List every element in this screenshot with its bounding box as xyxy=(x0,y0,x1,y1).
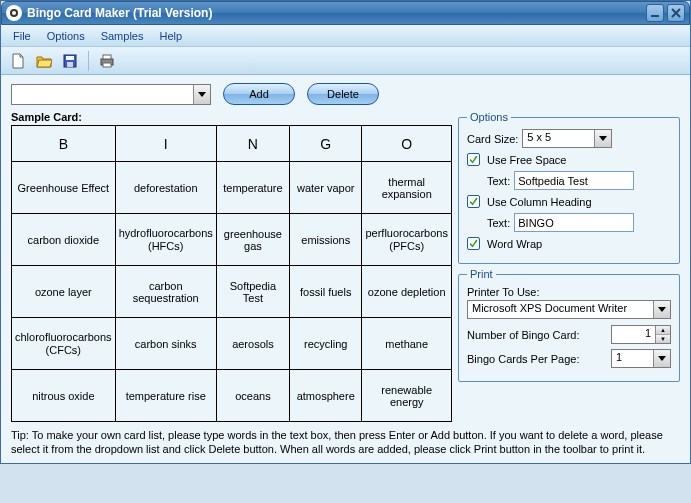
right-column: Options Card Size: 5 x 5 Use Free Space … xyxy=(458,111,680,382)
tip-text: Tip: To make your own card list, please … xyxy=(11,428,680,457)
num-cards-up[interactable]: ▲ xyxy=(656,326,670,335)
open-file-icon[interactable] xyxy=(33,50,55,72)
card-cell: water vapor xyxy=(290,162,362,214)
card-cell: carbon dioxide xyxy=(12,214,116,266)
free-space-text-input[interactable] xyxy=(514,171,634,190)
printer-select[interactable]: Microsoft XPS Document Writer xyxy=(467,300,671,319)
menu-file[interactable]: File xyxy=(5,28,39,44)
add-button[interactable]: Add xyxy=(223,83,295,105)
svg-rect-4 xyxy=(66,56,74,60)
card-row: nitrous oxidetemperature riseoceansatmos… xyxy=(12,370,452,422)
word-wrap-checkbox[interactable] xyxy=(467,237,480,250)
toolbar xyxy=(1,47,690,75)
card-cell: thermal expansion xyxy=(362,162,452,214)
card-cell: perfluorocarbons (PFCs) xyxy=(362,214,452,266)
card-size-select[interactable]: 5 x 5 xyxy=(522,129,612,148)
card-cell: atmosphere xyxy=(290,370,362,422)
menu-samples[interactable]: Samples xyxy=(93,28,152,44)
app-icon xyxy=(6,5,22,21)
column-heading-text-input[interactable] xyxy=(514,213,634,232)
card-row: Greenhouse Effectdeforestationtemperatur… xyxy=(12,162,452,214)
free-space-text-label: Text: xyxy=(487,175,510,187)
new-file-icon[interactable] xyxy=(7,50,29,72)
card-cell: greenhouse gas xyxy=(216,214,289,266)
use-free-space-checkbox[interactable] xyxy=(467,153,480,166)
save-icon[interactable] xyxy=(59,50,81,72)
card-row: carbon dioxidehydrofluorocarbons (HFCs)g… xyxy=(12,214,452,266)
card-cell: temperature xyxy=(216,162,289,214)
cards-per-page-label: Bingo Cards Per Page: xyxy=(467,353,580,365)
card-header-2: N xyxy=(216,126,289,162)
cards-per-page-value: 1 xyxy=(612,350,653,367)
printer-dropdown-button[interactable] xyxy=(653,301,670,318)
card-header-0: B xyxy=(12,126,116,162)
print-legend: Print xyxy=(467,268,496,280)
use-column-heading-checkbox[interactable] xyxy=(467,195,480,208)
bingo-card-table: BINGO Greenhouse Effectdeforestationtemp… xyxy=(11,125,452,422)
svg-rect-2 xyxy=(651,15,659,17)
card-cell: ozone layer xyxy=(12,266,116,318)
print-group: Print Printer To Use: Microsoft XPS Docu… xyxy=(458,268,680,382)
card-cell: Softpedia Test xyxy=(216,266,289,318)
word-input[interactable] xyxy=(12,85,193,104)
printer-label: Printer To Use: xyxy=(467,286,540,298)
svg-rect-8 xyxy=(103,63,111,67)
svg-rect-5 xyxy=(67,62,73,67)
print-icon[interactable] xyxy=(96,50,118,72)
window-controls xyxy=(646,4,685,22)
num-cards-down[interactable]: ▼ xyxy=(656,335,670,343)
card-header-3: G xyxy=(290,126,362,162)
num-cards-label: Number of Bingo Card: xyxy=(467,329,580,341)
menubar: File Options Samples Help xyxy=(1,25,690,47)
minimize-button[interactable] xyxy=(646,4,664,22)
options-legend: Options xyxy=(467,111,511,123)
card-header-4: O xyxy=(362,126,452,162)
card-cell: Greenhouse Effect xyxy=(12,162,116,214)
card-size-label: Card Size: xyxy=(467,133,518,145)
cards-per-page-select[interactable]: 1 xyxy=(611,349,671,368)
content-area: Add Delete Sample Card: BINGO Greenhouse… xyxy=(1,75,690,463)
card-cell: fossil fuels xyxy=(290,266,362,318)
card-cell: nitrous oxide xyxy=(12,370,116,422)
card-cell: methane xyxy=(362,318,452,370)
card-cell: oceans xyxy=(216,370,289,422)
use-column-heading-label: Use Column Heading xyxy=(487,196,592,208)
options-group: Options Card Size: 5 x 5 Use Free Space … xyxy=(458,111,680,264)
card-cell: carbon sinks xyxy=(115,318,216,370)
delete-button[interactable]: Delete xyxy=(307,83,379,105)
card-cell: carbon sequestration xyxy=(115,266,216,318)
card-row: ozone layercarbon sequestrationSoftpedia… xyxy=(12,266,452,318)
app-window: Bingo Card Maker (Trial Version) File Op… xyxy=(0,0,691,464)
sample-card-label: Sample Card: xyxy=(11,111,452,123)
word-input-row: Add Delete xyxy=(11,83,680,105)
num-cards-value: 1 xyxy=(612,326,655,343)
card-cell: deforestation xyxy=(115,162,216,214)
card-size-dropdown-button[interactable] xyxy=(594,130,611,147)
card-header-1: I xyxy=(115,126,216,162)
toolbar-separator xyxy=(88,51,89,71)
use-free-space-label: Use Free Space xyxy=(487,154,566,166)
card-cell: aerosols xyxy=(216,318,289,370)
titlebar: Bingo Card Maker (Trial Version) xyxy=(1,1,690,25)
card-cell: hydrofluorocarbons (HFCs) xyxy=(115,214,216,266)
printer-value: Microsoft XPS Document Writer xyxy=(468,301,653,318)
card-row: chlorofluorocarbons (CFCs)carbon sinksae… xyxy=(12,318,452,370)
card-cell: emissions xyxy=(290,214,362,266)
card-cell: recycling xyxy=(290,318,362,370)
card-cell: renewable energy xyxy=(362,370,452,422)
svg-point-1 xyxy=(12,11,16,15)
word-dropdown-button[interactable] xyxy=(193,85,210,104)
close-button[interactable] xyxy=(667,4,685,22)
word-combobox[interactable] xyxy=(11,84,211,105)
word-wrap-label: Word Wrap xyxy=(487,238,542,250)
num-cards-spinner[interactable]: 1 ▲▼ xyxy=(611,325,671,344)
card-cell: temperature rise xyxy=(115,370,216,422)
cards-per-page-dropdown-button[interactable] xyxy=(653,350,670,367)
menu-options[interactable]: Options xyxy=(39,28,93,44)
main-columns: Sample Card: BINGO Greenhouse Effectdefo… xyxy=(11,111,680,422)
card-cell: ozone depletion xyxy=(362,266,452,318)
menu-help[interactable]: Help xyxy=(151,28,190,44)
window-title: Bingo Card Maker (Trial Version) xyxy=(27,6,646,20)
card-preview-column: Sample Card: BINGO Greenhouse Effectdefo… xyxy=(11,111,452,422)
card-size-value: 5 x 5 xyxy=(523,130,594,147)
